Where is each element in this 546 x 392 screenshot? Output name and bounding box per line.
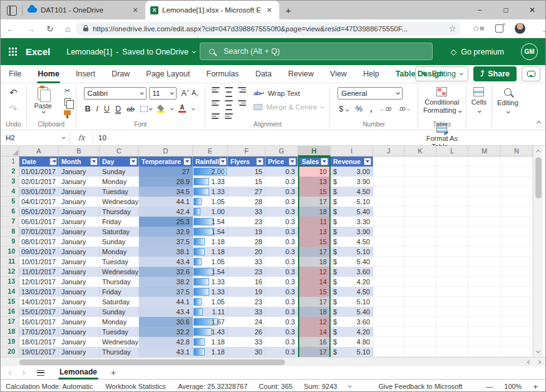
cell-A2[interactable]: 01/01/2017 [19, 167, 59, 177]
cell-L17[interactable] [436, 317, 468, 327]
cell-J7[interactable] [373, 217, 404, 227]
ribbon-tab-home[interactable]: Home [29, 65, 68, 83]
cell-M14[interactable] [468, 287, 501, 297]
cell-L10[interactable] [436, 247, 468, 257]
cell-N14[interactable] [501, 287, 533, 297]
row-header-19[interactable]: 19 [1, 337, 19, 347]
table-header-flyers[interactable]: Flyers [228, 157, 265, 167]
cell-G3[interactable]: 0.3 [265, 177, 298, 187]
cell-B9[interactable]: January [59, 237, 100, 247]
merge-centre-button[interactable]: Merge & Centre [254, 100, 323, 114]
align-middle-button[interactable] [225, 87, 233, 97]
row-header-16[interactable]: 16 [1, 307, 19, 317]
cell-A7[interactable]: 06/01/2017 [19, 217, 59, 227]
address-bar[interactable]: https://onedrive.live.com/edit.aspx?cid=… [76, 22, 461, 36]
cell-N13[interactable] [501, 277, 533, 287]
cell-E15[interactable]: 1.05 [193, 297, 228, 307]
table-header-price[interactable]: Price [265, 157, 298, 167]
browser-tab-onedrive[interactable]: DAT101 - OneDrive ✕ [23, 1, 145, 19]
cell-L4[interactable] [436, 187, 468, 197]
horizontal-scrollbar[interactable] [1, 357, 545, 366]
filter-button-price[interactable] [289, 158, 296, 165]
cell-N18[interactable] [501, 327, 533, 337]
underline-button[interactable]: U [104, 105, 110, 113]
ribbon-tab-data[interactable]: Data [247, 65, 280, 83]
cell-H10[interactable]: 17 [298, 247, 331, 257]
scroll-left-icon[interactable] [527, 359, 532, 364]
cell-I10[interactable]: $5.10 [331, 247, 373, 257]
row-header-15[interactable]: 15 [1, 297, 19, 307]
cell-F17[interactable]: 24 [228, 317, 265, 327]
currency-format-button[interactable]: $ [339, 105, 348, 113]
ribbon-tab-formulas[interactable]: Formulas [198, 65, 247, 83]
cell-D20[interactable]: 43.1 [139, 347, 193, 357]
cell-K20[interactable] [404, 347, 436, 357]
cell-G15[interactable]: 0.3 [265, 297, 298, 307]
cell-D14[interactable]: 37.5 [139, 287, 193, 297]
new-tab-button[interactable]: + [286, 5, 291, 16]
cell-C10[interactable]: Monday [100, 247, 139, 257]
cell-C9[interactable]: Sunday [100, 237, 139, 247]
go-premium-button[interactable]: ◇ Go premium [451, 47, 504, 56]
cell-C15[interactable]: Saturday [100, 297, 139, 307]
cell-N6[interactable] [501, 207, 533, 217]
cell-D12[interactable]: 32.6 [139, 267, 193, 277]
cell-A9[interactable]: 08/01/2017 [19, 237, 59, 247]
cell-B16[interactable]: January [59, 307, 100, 317]
cell-K18[interactable] [404, 327, 436, 337]
increase-font-size-button[interactable]: A˄ [182, 89, 189, 98]
cell-K7[interactable] [404, 217, 436, 227]
browser-menu-icon[interactable]: … [542, 24, 546, 34]
row-header-18[interactable]: 18 [1, 327, 19, 337]
cell-N8[interactable] [501, 227, 533, 237]
cell-G2[interactable]: 0.3 [265, 167, 298, 177]
cell-I13[interactable]: $4.20 [331, 277, 373, 287]
cell-N1[interactable] [501, 157, 533, 167]
cell-L9[interactable] [436, 237, 468, 247]
fill-color-button[interactable] [157, 106, 165, 113]
cell-I16[interactable]: $5.40 [331, 307, 373, 317]
cell-M12[interactable] [468, 267, 501, 277]
cell-F14[interactable]: 19 [228, 287, 265, 297]
cell-L18[interactable] [436, 327, 468, 337]
vertical-scroll-thumb[interactable] [535, 157, 542, 199]
cell-G14[interactable]: 0.3 [265, 287, 298, 297]
cell-L14[interactable] [436, 287, 468, 297]
cell-B4[interactable]: January [59, 187, 100, 197]
filter-button-rainfall[interactable] [219, 158, 227, 165]
cell-M7[interactable] [468, 217, 501, 227]
align-top-button[interactable] [212, 87, 220, 93]
next-sheet-icon[interactable] [21, 370, 25, 374]
cell-N19[interactable] [501, 337, 533, 347]
cell-E18[interactable]: 1.43 [193, 327, 228, 337]
cell-D13[interactable]: 38.2 [139, 277, 193, 287]
font-name-select[interactable]: Calibri [84, 87, 147, 100]
zoom-level[interactable]: 100% [504, 383, 522, 390]
cell-C4[interactable]: Tuesday [100, 187, 139, 197]
cell-G4[interactable]: 0.3 [265, 187, 298, 197]
cell-J11[interactable] [373, 257, 404, 267]
row-header-11[interactable]: 11 [1, 257, 19, 267]
cell-D10[interactable]: 38.1 [139, 247, 193, 257]
cell-N12[interactable] [501, 267, 533, 277]
account-avatar[interactable]: GM [521, 43, 538, 60]
cell-I3[interactable]: $3.90 [331, 177, 373, 187]
column-header-G[interactable]: G [265, 146, 298, 157]
cell-B13[interactable]: January [59, 277, 100, 287]
cell-L8[interactable] [436, 227, 468, 237]
share-button[interactable]: ⤴ Share [473, 66, 517, 81]
cell-E8[interactable]: 1.54 [193, 227, 228, 237]
cell-K14[interactable] [404, 287, 436, 297]
cell-A12[interactable]: 11/01/2017 [19, 267, 59, 277]
cell-I4[interactable]: $4.50 [331, 187, 373, 197]
cell-H3[interactable]: 13 [298, 177, 331, 187]
redo-icon[interactable]: ↷ [9, 103, 18, 115]
cell-N16[interactable] [501, 307, 533, 317]
font-color-button[interactable]: A [178, 105, 186, 113]
cell-B15[interactable]: January [59, 297, 100, 307]
cell-I14[interactable]: $4.50 [331, 287, 373, 297]
cell-D15[interactable]: 44.1 [139, 297, 193, 307]
cell-M6[interactable] [468, 207, 501, 217]
cell-B6[interactable]: January [59, 207, 100, 217]
cell-D19[interactable]: 42.8 [139, 337, 193, 347]
